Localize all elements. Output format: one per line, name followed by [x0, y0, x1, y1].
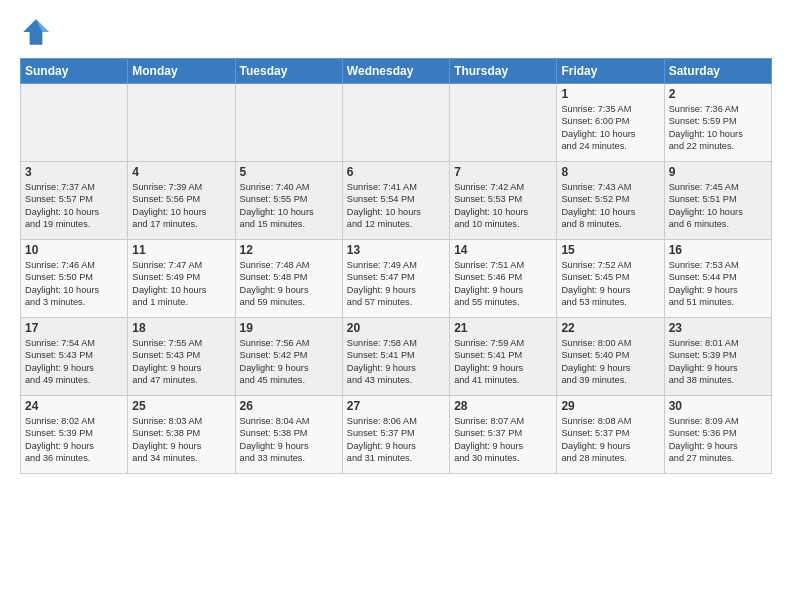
day-number: 12: [240, 243, 338, 257]
calendar-cell: 14Sunrise: 7:51 AM Sunset: 5:46 PM Dayli…: [450, 240, 557, 318]
day-info: Sunrise: 8:07 AM Sunset: 5:37 PM Dayligh…: [454, 415, 552, 465]
day-number: 26: [240, 399, 338, 413]
calendar-cell: 1Sunrise: 7:35 AM Sunset: 6:00 PM Daylig…: [557, 84, 664, 162]
day-number: 10: [25, 243, 123, 257]
calendar-cell: 6Sunrise: 7:41 AM Sunset: 5:54 PM Daylig…: [342, 162, 449, 240]
day-info: Sunrise: 8:09 AM Sunset: 5:36 PM Dayligh…: [669, 415, 767, 465]
day-info: Sunrise: 7:49 AM Sunset: 5:47 PM Dayligh…: [347, 259, 445, 309]
calendar-week-row: 10Sunrise: 7:46 AM Sunset: 5:50 PM Dayli…: [21, 240, 772, 318]
day-info: Sunrise: 7:51 AM Sunset: 5:46 PM Dayligh…: [454, 259, 552, 309]
logo-icon: [20, 16, 52, 48]
day-number: 6: [347, 165, 445, 179]
calendar-cell: 18Sunrise: 7:55 AM Sunset: 5:43 PM Dayli…: [128, 318, 235, 396]
weekday-header-row: SundayMondayTuesdayWednesdayThursdayFrid…: [21, 59, 772, 84]
weekday-header: Tuesday: [235, 59, 342, 84]
day-info: Sunrise: 7:52 AM Sunset: 5:45 PM Dayligh…: [561, 259, 659, 309]
day-number: 8: [561, 165, 659, 179]
calendar-cell: 10Sunrise: 7:46 AM Sunset: 5:50 PM Dayli…: [21, 240, 128, 318]
day-info: Sunrise: 7:56 AM Sunset: 5:42 PM Dayligh…: [240, 337, 338, 387]
calendar-cell: 20Sunrise: 7:58 AM Sunset: 5:41 PM Dayli…: [342, 318, 449, 396]
day-info: Sunrise: 8:06 AM Sunset: 5:37 PM Dayligh…: [347, 415, 445, 465]
day-info: Sunrise: 7:39 AM Sunset: 5:56 PM Dayligh…: [132, 181, 230, 231]
calendar-cell: 27Sunrise: 8:06 AM Sunset: 5:37 PM Dayli…: [342, 396, 449, 474]
calendar-cell: 21Sunrise: 7:59 AM Sunset: 5:41 PM Dayli…: [450, 318, 557, 396]
day-info: Sunrise: 7:35 AM Sunset: 6:00 PM Dayligh…: [561, 103, 659, 153]
calendar-table: SundayMondayTuesdayWednesdayThursdayFrid…: [20, 58, 772, 474]
day-number: 4: [132, 165, 230, 179]
weekday-header: Thursday: [450, 59, 557, 84]
day-info: Sunrise: 8:00 AM Sunset: 5:40 PM Dayligh…: [561, 337, 659, 387]
day-number: 25: [132, 399, 230, 413]
page-container: SundayMondayTuesdayWednesdayThursdayFrid…: [0, 0, 792, 484]
day-info: Sunrise: 7:53 AM Sunset: 5:44 PM Dayligh…: [669, 259, 767, 309]
day-number: 15: [561, 243, 659, 257]
day-number: 1: [561, 87, 659, 101]
day-number: 5: [240, 165, 338, 179]
day-info: Sunrise: 8:04 AM Sunset: 5:38 PM Dayligh…: [240, 415, 338, 465]
calendar-cell: 16Sunrise: 7:53 AM Sunset: 5:44 PM Dayli…: [664, 240, 771, 318]
weekday-header: Monday: [128, 59, 235, 84]
calendar-cell: 13Sunrise: 7:49 AM Sunset: 5:47 PM Dayli…: [342, 240, 449, 318]
header: [20, 16, 772, 48]
calendar-cell: [450, 84, 557, 162]
day-info: Sunrise: 8:08 AM Sunset: 5:37 PM Dayligh…: [561, 415, 659, 465]
weekday-header: Wednesday: [342, 59, 449, 84]
calendar-cell: 26Sunrise: 8:04 AM Sunset: 5:38 PM Dayli…: [235, 396, 342, 474]
day-number: 20: [347, 321, 445, 335]
calendar-cell: [128, 84, 235, 162]
day-number: 30: [669, 399, 767, 413]
day-info: Sunrise: 7:46 AM Sunset: 5:50 PM Dayligh…: [25, 259, 123, 309]
calendar-cell: 2Sunrise: 7:36 AM Sunset: 5:59 PM Daylig…: [664, 84, 771, 162]
day-info: Sunrise: 8:01 AM Sunset: 5:39 PM Dayligh…: [669, 337, 767, 387]
day-info: Sunrise: 7:37 AM Sunset: 5:57 PM Dayligh…: [25, 181, 123, 231]
day-number: 21: [454, 321, 552, 335]
day-number: 29: [561, 399, 659, 413]
day-number: 7: [454, 165, 552, 179]
day-number: 22: [561, 321, 659, 335]
calendar-cell: 19Sunrise: 7:56 AM Sunset: 5:42 PM Dayli…: [235, 318, 342, 396]
calendar-cell: 11Sunrise: 7:47 AM Sunset: 5:49 PM Dayli…: [128, 240, 235, 318]
weekday-header: Friday: [557, 59, 664, 84]
calendar-cell: 23Sunrise: 8:01 AM Sunset: 5:39 PM Dayli…: [664, 318, 771, 396]
day-number: 17: [25, 321, 123, 335]
calendar-cell: 22Sunrise: 8:00 AM Sunset: 5:40 PM Dayli…: [557, 318, 664, 396]
day-number: 2: [669, 87, 767, 101]
day-info: Sunrise: 7:54 AM Sunset: 5:43 PM Dayligh…: [25, 337, 123, 387]
calendar-cell: 7Sunrise: 7:42 AM Sunset: 5:53 PM Daylig…: [450, 162, 557, 240]
day-info: Sunrise: 7:47 AM Sunset: 5:49 PM Dayligh…: [132, 259, 230, 309]
day-number: 16: [669, 243, 767, 257]
day-info: Sunrise: 7:40 AM Sunset: 5:55 PM Dayligh…: [240, 181, 338, 231]
calendar-cell: 5Sunrise: 7:40 AM Sunset: 5:55 PM Daylig…: [235, 162, 342, 240]
day-info: Sunrise: 7:55 AM Sunset: 5:43 PM Dayligh…: [132, 337, 230, 387]
calendar-cell: 24Sunrise: 8:02 AM Sunset: 5:39 PM Dayli…: [21, 396, 128, 474]
calendar-week-row: 24Sunrise: 8:02 AM Sunset: 5:39 PM Dayli…: [21, 396, 772, 474]
day-number: 13: [347, 243, 445, 257]
day-number: 14: [454, 243, 552, 257]
day-number: 9: [669, 165, 767, 179]
calendar-cell: 28Sunrise: 8:07 AM Sunset: 5:37 PM Dayli…: [450, 396, 557, 474]
day-info: Sunrise: 8:02 AM Sunset: 5:39 PM Dayligh…: [25, 415, 123, 465]
calendar-week-row: 1Sunrise: 7:35 AM Sunset: 6:00 PM Daylig…: [21, 84, 772, 162]
calendar-week-row: 3Sunrise: 7:37 AM Sunset: 5:57 PM Daylig…: [21, 162, 772, 240]
day-info: Sunrise: 7:36 AM Sunset: 5:59 PM Dayligh…: [669, 103, 767, 153]
calendar-cell: 3Sunrise: 7:37 AM Sunset: 5:57 PM Daylig…: [21, 162, 128, 240]
day-number: 18: [132, 321, 230, 335]
day-info: Sunrise: 7:58 AM Sunset: 5:41 PM Dayligh…: [347, 337, 445, 387]
day-number: 11: [132, 243, 230, 257]
day-number: 3: [25, 165, 123, 179]
day-number: 24: [25, 399, 123, 413]
day-info: Sunrise: 7:45 AM Sunset: 5:51 PM Dayligh…: [669, 181, 767, 231]
day-info: Sunrise: 7:43 AM Sunset: 5:52 PM Dayligh…: [561, 181, 659, 231]
day-number: 23: [669, 321, 767, 335]
calendar-cell: [235, 84, 342, 162]
calendar-cell: 30Sunrise: 8:09 AM Sunset: 5:36 PM Dayli…: [664, 396, 771, 474]
day-number: 28: [454, 399, 552, 413]
day-info: Sunrise: 7:42 AM Sunset: 5:53 PM Dayligh…: [454, 181, 552, 231]
day-info: Sunrise: 7:48 AM Sunset: 5:48 PM Dayligh…: [240, 259, 338, 309]
calendar-cell: 9Sunrise: 7:45 AM Sunset: 5:51 PM Daylig…: [664, 162, 771, 240]
calendar-cell: 15Sunrise: 7:52 AM Sunset: 5:45 PM Dayli…: [557, 240, 664, 318]
calendar-cell: [342, 84, 449, 162]
day-number: 27: [347, 399, 445, 413]
calendar-cell: 8Sunrise: 7:43 AM Sunset: 5:52 PM Daylig…: [557, 162, 664, 240]
weekday-header: Sunday: [21, 59, 128, 84]
